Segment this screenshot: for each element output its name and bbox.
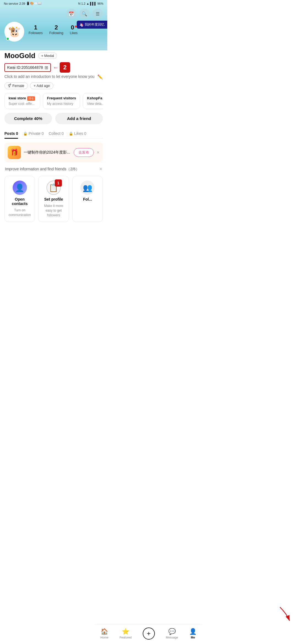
medal-button[interactable]: + Medal (38, 53, 57, 59)
carrier-text: No service (4, 2, 18, 5)
action-buttons: Complete 40% Add a friend (4, 113, 103, 124)
store-badge: 清仓 (27, 96, 35, 101)
app-icons: 📱🎨✉️📖 (26, 2, 42, 5)
follow-icon: 👥 (80, 181, 95, 195)
frequent-visitors-card[interactable]: Frequent visitors My access history (43, 93, 80, 109)
step1-badge: 1 (55, 179, 62, 187)
open-contacts-card[interactable]: 👤 Open contacts Turn on communication (4, 176, 35, 222)
set-profile-card[interactable]: 📋 1 Set profile Make it more easy to get… (38, 176, 69, 222)
kwai-store-card[interactable]: kwai store 清仓 Super cost -effe... (4, 93, 40, 109)
time-text: 2:39 (19, 2, 25, 5)
contacts-subtitle: Turn on communication (8, 208, 31, 217)
top-icons-row: 📅 🔍 ☰ (4, 9, 103, 19)
status-bar: No service 2:39 📱🎨✉️📖 N 1.2 ▲ ▌▌▌ 96% (0, 0, 107, 6)
status-right: N 1.2 ▲ ▌▌▌ 96% (78, 2, 103, 5)
complete-profile-button[interactable]: Complete 40% (4, 113, 52, 124)
gender-icon: ⚥ (8, 84, 11, 88)
improve-close-icon[interactable]: × (99, 166, 102, 172)
battery-text: 96% (97, 2, 103, 5)
following-label: Following (49, 31, 63, 35)
contacts-title: Open contacts (8, 197, 31, 206)
tabs-row: Posts 0 🔒 Private 0 Collect 0 🔒 Likes 0 (4, 129, 103, 139)
notification-dot (75, 26, 77, 28)
tab-likes[interactable]: 🔒 Likes 0 (69, 129, 86, 138)
likes-stat[interactable]: 0 Likes (70, 24, 78, 35)
red-arrow-icon: ← (53, 64, 59, 71)
following-count: 2 (55, 24, 58, 31)
tab-collect[interactable]: Collect 0 (49, 129, 64, 138)
store-card-sub: Super cost -effe... (9, 102, 35, 106)
tab-posts-label: Posts 0 (4, 131, 18, 136)
kshop-card[interactable]: KshopFa View deta... (83, 93, 103, 109)
follow-title: Fol... (83, 197, 92, 201)
year-memory-text: 我的年度回忆 (85, 22, 105, 27)
suggestion-cards: 👤 Open contacts Turn on communication 📋 … (4, 176, 103, 222)
year-card-left: 🎁 一键制作你的2024年度影... (8, 146, 70, 159)
year-memory-card: 🎁 一键制作你的2024年度影... 去发布 × (4, 143, 103, 162)
followers-stat[interactable]: 1 Followers (29, 24, 43, 35)
set-profile-title: Set profile (44, 197, 63, 201)
add-friend-button[interactable]: Add a friend (55, 113, 103, 124)
status-left: No service 2:39 📱🎨✉️📖 (4, 2, 42, 5)
contacts-card-icon: 👤 (13, 181, 27, 195)
publish-button[interactable]: 去发布 (74, 148, 94, 157)
year-card-close-icon[interactable]: × (97, 150, 100, 155)
gender-tag[interactable]: ⚥ Female (4, 82, 28, 89)
improve-banner: Improve information and find friends（2/6… (4, 166, 103, 172)
avatar-emoji: 🐮 (8, 26, 21, 38)
followers-count: 1 (34, 24, 37, 31)
online-indicator (6, 37, 9, 40)
username-row: MooGold + Medal (4, 51, 103, 60)
private-lock-icon: 🔒 (23, 132, 28, 136)
year-card-icon: 🎁 (8, 146, 21, 159)
year-memory-banner[interactable]: 🦄 我的年度回忆 (77, 21, 107, 29)
profile-header-bg: 📅 🔍 ☰ 🦄 我的年度回忆 🐮 1 Followers 2 Following (0, 6, 107, 50)
add-age-label: + Add age (34, 84, 50, 88)
kwai-id-box[interactable]: Kwai ID:2051664878 ⊞ (4, 63, 51, 72)
tab-likes-label: Likes 0 (74, 131, 86, 136)
bio-row: Click to add an introduction to let ever… (4, 74, 103, 80)
visitors-card-sub: My access history (47, 102, 73, 106)
visitors-card-title: Frequent visitors (47, 96, 76, 100)
step2-badge: 2 (60, 62, 70, 73)
tags-row: ⚥ Female + Add age (4, 82, 103, 89)
tab-private-label: Private 0 (29, 131, 44, 136)
add-age-tag[interactable]: + Add age (30, 82, 53, 89)
gender-label: Female (12, 84, 24, 88)
store-card-title: kwai store (9, 96, 26, 100)
avatar-wrap: 🐮 (4, 22, 24, 42)
qr-icon[interactable]: ⊞ (45, 65, 48, 70)
bio-text[interactable]: Click to add an introduction to let ever… (4, 74, 95, 79)
edit-icon[interactable]: ✏️ (95, 74, 103, 80)
kwai-id-row: Kwai ID:2051664878 ⊞ ← 2 (4, 62, 103, 73)
content-area: MooGold + Medal Kwai ID:2051664878 ⊞ ← 2… (0, 47, 107, 244)
calendar-button[interactable]: 📅 (66, 9, 76, 19)
follow-card[interactable]: 👥 Fol... (72, 176, 103, 222)
likes-count: 0 (71, 24, 74, 31)
improve-text: Improve information and find friends（2/6… (5, 167, 79, 172)
stats-row: 1 Followers 2 Following 0 Likes (29, 22, 78, 35)
year-card-text: 一键制作你的2024年度影... (24, 150, 70, 155)
tab-posts[interactable]: Posts 0 (4, 129, 18, 138)
username: MooGold (4, 51, 35, 60)
set-profile-subtitle: Make it more easy to get followers (42, 204, 65, 217)
nfc-icon: N (78, 2, 80, 5)
likes-lock-icon: 🔒 (69, 132, 73, 136)
tab-collect-label: Collect 0 (49, 131, 64, 136)
followers-label: Followers (29, 31, 43, 35)
search-button[interactable]: 🔍 (79, 9, 90, 19)
bars-icon: ▌▌▌ (90, 2, 97, 5)
kwai-id-text: Kwai ID:2051664878 (7, 65, 43, 70)
following-stat[interactable]: 2 Following (49, 24, 63, 35)
kshop-card-sub: View deta... (87, 102, 103, 106)
wifi-icon: ▲ (86, 2, 89, 5)
kshop-card-title: KshopFa (87, 96, 102, 100)
likes-label: Likes (70, 31, 78, 35)
tab-private[interactable]: 🔒 Private 0 (23, 129, 44, 138)
menu-button[interactable]: ☰ (92, 9, 103, 19)
cards-row: kwai store 清仓 Super cost -effe... Freque… (4, 93, 103, 109)
character-icon: 🦄 (79, 23, 84, 27)
signal-icon: 1.2 (81, 2, 85, 5)
step2-indicator: ← 2 (53, 62, 70, 73)
